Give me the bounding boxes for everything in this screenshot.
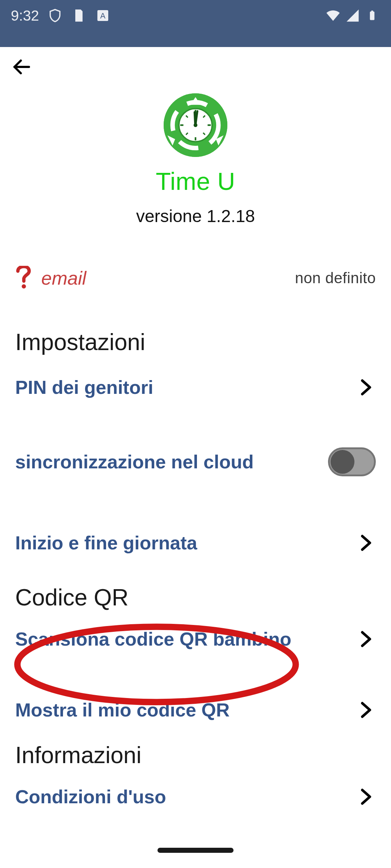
email-label: email: [41, 267, 86, 289]
row-cloud-sync[interactable]: sincronizzazione nel cloud: [0, 440, 391, 484]
battery-icon: [364, 8, 380, 24]
svg-point-21: [194, 123, 198, 127]
wifi-icon: [325, 8, 341, 24]
shield-icon: [47, 8, 63, 24]
content: Time U versione 1.2.18 email non definit…: [0, 87, 391, 840]
email-row[interactable]: email non definito: [0, 266, 391, 290]
row-label: Mostra il mio codice QR: [15, 699, 230, 721]
row-scan-child-qr[interactable]: Scansiona codice QR bambino: [0, 617, 391, 661]
row-day-bounds[interactable]: Inizio e fine giornata: [0, 521, 391, 565]
cell-signal-icon: [345, 8, 361, 24]
chevron-right-icon: [356, 700, 376, 720]
row-label: sincronizzazione nel cloud: [15, 451, 254, 473]
header-strip: [0, 31, 391, 47]
email-value: non definito: [295, 269, 376, 287]
row-label: Scansiona codice QR bambino: [15, 629, 291, 650]
status-bar: 9:32 A: [0, 0, 391, 31]
svg-rect-3: [371, 10, 373, 12]
section-info: Informazioni: [0, 742, 391, 769]
sd-card-icon: [71, 8, 87, 24]
highlight-wrap: Scansiona codice QR bambino: [15, 628, 291, 650]
svg-text:A: A: [100, 11, 106, 20]
chevron-right-icon: [356, 377, 376, 397]
chevron-right-icon: [356, 787, 376, 807]
question-mark-icon: [15, 266, 31, 290]
chevron-right-icon: [356, 629, 376, 649]
app-name: Time U: [156, 167, 235, 195]
section-qr: Codice QR: [0, 584, 391, 611]
app-logo-block: Time U versione 1.2.18: [0, 87, 391, 226]
back-button[interactable]: [7, 52, 36, 81]
section-settings: Impostazioni: [0, 329, 391, 356]
row-parent-pin[interactable]: PIN dei genitori: [0, 366, 391, 409]
status-left: 9:32 A: [11, 8, 111, 24]
toggle-knob: [331, 450, 354, 474]
app-bar: [0, 47, 391, 87]
cloud-sync-toggle[interactable]: [328, 447, 376, 476]
status-right: [325, 8, 380, 24]
status-time: 9:32: [11, 8, 39, 24]
svg-rect-2: [370, 12, 375, 20]
email-left: email: [15, 266, 86, 290]
arrow-left-icon: [11, 56, 33, 78]
row-label: Inizio e fine giornata: [15, 532, 197, 554]
row-terms[interactable]: Condizioni d'uso: [0, 775, 391, 818]
chevron-right-icon: [356, 533, 376, 553]
app-version: versione 1.2.18: [136, 206, 255, 226]
nav-handle[interactable]: [157, 848, 234, 853]
row-label: PIN dei genitori: [15, 376, 153, 398]
svg-point-22: [22, 284, 26, 289]
row-show-my-qr[interactable]: Mostra il mio codice QR: [0, 688, 391, 732]
app-logo-icon: [164, 93, 227, 157]
row-label: Condizioni d'uso: [15, 786, 166, 808]
keyboard-indicator-icon: A: [95, 8, 111, 24]
system-nav-bar: [0, 840, 391, 868]
